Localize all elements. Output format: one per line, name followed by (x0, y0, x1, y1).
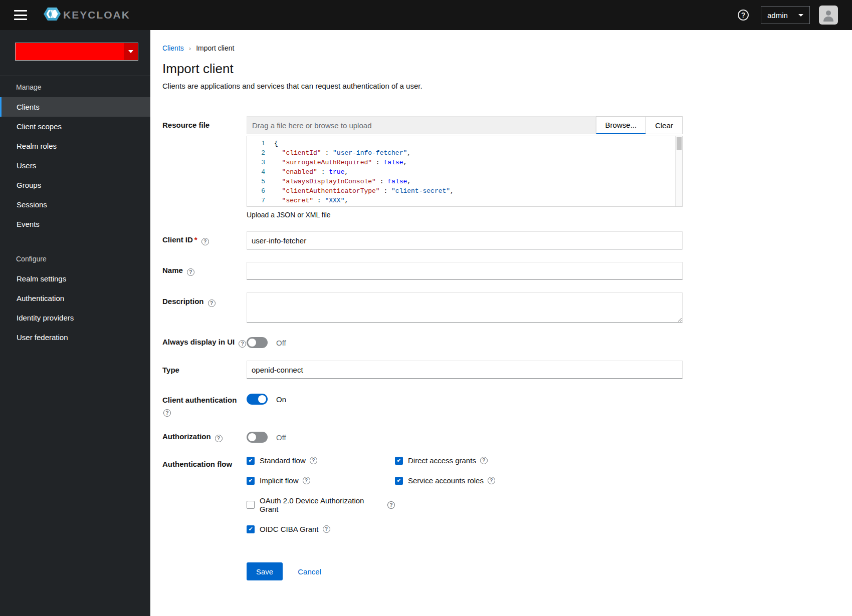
file-upload-group: Browse... Clear (247, 116, 683, 134)
editor-scrollbar-thumb[interactable] (677, 137, 682, 150)
realm-selector[interactable] (15, 43, 138, 61)
realm-name-swatch (16, 43, 124, 60)
checkbox-unchecked[interactable] (247, 501, 255, 509)
sidebar-item-realm-settings[interactable]: Realm settings (0, 269, 150, 288)
auth-flow-option-service-accounts-roles: ✔Service accounts roles? (395, 476, 683, 485)
type-row: Type (162, 361, 683, 379)
code-line: { (274, 139, 675, 148)
checkbox-help-icon[interactable]: ? (387, 501, 395, 509)
form-footer: Save Cancel (247, 562, 683, 595)
keycloak-logo[interactable]: KEYCLOAK (43, 5, 130, 25)
code-line: "surrogateAuthRequired" : false, (274, 158, 675, 167)
sidebar-item-client-scopes[interactable]: Client scopes (0, 117, 150, 136)
sidebar-item-sessions[interactable]: Sessions (0, 195, 150, 214)
name-help-icon[interactable]: ? (187, 268, 194, 276)
type-label: Type (162, 366, 247, 374)
description-label: Description? (162, 292, 247, 307)
auth-flow-option-oauth-2-0-device-authorization-grant: OAuth 2.0 Device Authorization Grant? (247, 496, 395, 513)
cancel-link[interactable]: Cancel (298, 567, 321, 576)
authorization-help-icon[interactable]: ? (215, 435, 223, 442)
user-menu-dropdown[interactable]: admin (761, 6, 810, 24)
user-menu-label: admin (767, 11, 788, 20)
code-line: "clientId" : "user-info-fetcher", (274, 148, 675, 158)
client-authentication-help-icon[interactable]: ? (163, 409, 171, 417)
auth-flow-option-standard-flow: ✔Standard flow? (247, 456, 395, 465)
description-row: Description? (162, 292, 683, 325)
sidebar: ManageClientsClient scopesRealm rolesUse… (0, 30, 150, 616)
sidebar-nav: ManageClientsClient scopesRealm rolesUse… (0, 76, 150, 347)
code-line: "clientAuthenticatorType" : "client-secr… (274, 186, 675, 196)
clear-button[interactable]: Clear (646, 116, 683, 134)
page-subtitle: Clients are applications and services th… (162, 82, 852, 90)
nav-section-title-manage: Manage (0, 76, 150, 97)
import-client-form: Resource file Browse... Clear 1234567 { … (162, 116, 683, 595)
authorization-row: Authorization? Off (162, 432, 683, 443)
authorization-label: Authorization? (162, 432, 247, 442)
checkbox-label: OIDC CIBA Grant (260, 525, 319, 533)
checkbox-label: Direct access grants (408, 456, 476, 465)
chevron-down-icon (128, 50, 133, 53)
description-help-icon[interactable]: ? (208, 299, 216, 307)
authentication-flow-row: Authentication flow ✔Standard flow?✔Dire… (162, 455, 683, 533)
help-icon[interactable]: ? (738, 10, 749, 21)
client-id-input[interactable] (247, 231, 683, 249)
auth-flow-option-direct-access-grants: ✔Direct access grants? (395, 456, 683, 465)
always-display-toggle[interactable] (247, 337, 268, 348)
description-textarea[interactable] (247, 292, 683, 323)
main-content: Clients › Import client Import client Cl… (150, 30, 852, 616)
client-id-help-icon[interactable]: ? (201, 238, 209, 245)
checkbox-label: Service accounts roles (408, 476, 484, 485)
page-title: Import client (162, 61, 852, 77)
sidebar-item-user-federation[interactable]: User federation (0, 328, 150, 347)
sidebar-item-users[interactable]: Users (0, 156, 150, 175)
checkbox-checked[interactable]: ✔ (247, 525, 255, 533)
avatar[interactable] (819, 6, 838, 25)
always-display-help-icon[interactable]: ? (239, 340, 246, 348)
name-input[interactable] (247, 262, 683, 280)
checkbox-help-icon[interactable]: ? (480, 457, 488, 464)
checkbox-help-icon[interactable]: ? (303, 477, 310, 484)
brand-text: KEYCLOAK (63, 9, 130, 21)
sidebar-item-events[interactable]: Events (0, 214, 150, 234)
client-id-label: Client ID*? (162, 235, 247, 245)
browse-button[interactable]: Browse... (596, 116, 647, 134)
sidebar-item-realm-roles[interactable]: Realm roles (0, 136, 150, 156)
checkbox-checked[interactable]: ✔ (395, 457, 403, 465)
authorization-toggle[interactable] (247, 432, 268, 443)
checkbox-label: Implicit flow (260, 476, 299, 485)
menu-toggle-icon[interactable] (14, 10, 27, 20)
client-authentication-toggle[interactable] (247, 394, 268, 405)
sidebar-item-clients[interactable]: Clients (0, 97, 150, 117)
breadcrumb: Clients › Import client (162, 44, 852, 52)
checkbox-help-icon[interactable]: ? (323, 525, 330, 533)
type-input[interactable] (247, 361, 683, 379)
editor-code[interactable]: { "clientId" : "user-info-fetcher", "sur… (271, 136, 675, 206)
always-display-state: Off (276, 339, 286, 347)
authentication-flow-options: ✔Standard flow?✔Direct access grants?✔Im… (247, 455, 683, 533)
checkbox-checked[interactable]: ✔ (395, 477, 403, 485)
always-display-row: Always display in UI? Off (162, 337, 683, 348)
sidebar-item-identity-providers[interactable]: Identity providers (0, 308, 150, 328)
editor-scrollbar[interactable] (675, 136, 682, 206)
name-label: Name? (162, 266, 247, 276)
upload-helper-text: Upload a JSON or XML file (247, 211, 683, 219)
resource-file-row: Resource file Browse... Clear 1234567 { … (162, 116, 683, 219)
file-upload-input[interactable] (247, 116, 596, 134)
authorization-state: Off (276, 433, 286, 442)
client-authentication-row: Client authentication ? On (162, 391, 683, 417)
code-line: "enabled" : true, (274, 167, 675, 177)
json-code-editor[interactable]: 1234567 { "clientId" : "user-info-fetche… (247, 136, 683, 207)
sidebar-item-groups[interactable]: Groups (0, 175, 150, 195)
save-button[interactable]: Save (247, 562, 283, 580)
auth-flow-option-oidc-ciba-grant: ✔OIDC CIBA Grant? (247, 525, 395, 533)
checkbox-label: Standard flow (260, 456, 306, 465)
checkbox-help-icon[interactable]: ? (310, 457, 317, 464)
sidebar-item-authentication[interactable]: Authentication (0, 288, 150, 308)
checkbox-help-icon[interactable]: ? (488, 477, 495, 484)
checkbox-checked[interactable]: ✔ (247, 457, 255, 465)
required-asterisk: * (194, 235, 197, 244)
always-display-label: Always display in UI? (162, 338, 247, 348)
breadcrumb-clients-link[interactable]: Clients (162, 44, 184, 52)
checkbox-checked[interactable]: ✔ (247, 477, 255, 485)
top-bar: KEYCLOAK ? admin (0, 0, 852, 30)
